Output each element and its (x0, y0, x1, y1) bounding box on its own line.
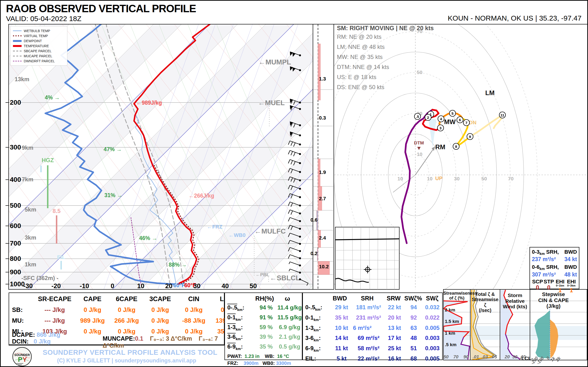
hodo-height-marker-label: .5 (416, 115, 419, 119)
moisture-row: 0-.5km:94 %11.4 g/kg (225, 304, 302, 312)
skewt-background (1, 24, 588, 289)
temp-tick-label: -20 (51, 283, 61, 290)
branding-block: SOUNDERPY VERTICAL PROFILE ANALYSIS TOOL… (43, 349, 217, 364)
temp-tick-label: -10 (80, 283, 89, 290)
sblcl-label: ←SBLCL (270, 274, 300, 282)
srw-title: Storm RelativeWind (kts) (500, 292, 530, 309)
hodograph-labels: LM MW RM DTM UP DN (414, 89, 494, 181)
srw-header: SRW (383, 295, 404, 302)
height-label: 9km (22, 144, 33, 151)
frz-label: ←FRZ (207, 224, 223, 230)
cape-989-label: ←989J/kg (136, 100, 162, 106)
ehi-0-1-header: EHI (554, 279, 566, 284)
layer-bar-value: 0.3 (319, 115, 326, 120)
pressure-tick-label: 900 (10, 268, 21, 276)
col-header-3cape: 3CAPE (143, 295, 177, 303)
wind-barb (288, 210, 301, 215)
hodo-ring-label: 30 (454, 176, 459, 181)
temp-tick-label: -30 (23, 283, 33, 290)
scp-header: SCP (532, 279, 543, 284)
legend-label: MUCAPE PARCEL (24, 54, 52, 58)
p2-x-tick: .03 (482, 354, 488, 359)
pressure-tick-label: 500 (10, 202, 21, 209)
hodo-ring-label: 10 (417, 151, 422, 157)
cape-266-label: ←266J/kg (189, 193, 214, 199)
stepwise-cin-shape (535, 310, 550, 358)
hodo-height-marker-label: 7 (466, 121, 467, 125)
rh-88pct-label: 88% → (169, 262, 187, 268)
legend-label: WETBULB TEMP (24, 29, 50, 33)
layer-bar-value: 10.2 (319, 264, 329, 269)
srh-bwd-box: 0-3km SRH,BWD 237 m²/s²34 kt 0-6km SRH,B… (529, 247, 579, 289)
us-motion: US: E @ 18 kts (337, 74, 434, 81)
height-label: 1km (25, 261, 36, 267)
wind-barb-full (291, 160, 293, 164)
temp-tick-label: 20 (165, 283, 173, 290)
skewt-grid (1, 24, 588, 289)
rm-label: RM (435, 143, 445, 151)
eil-label: EIL (57, 254, 65, 260)
rh-47pct-label: 47% → (104, 146, 121, 152)
layer-bar-value: 1.9 (319, 169, 326, 175)
hodo-height-marker-label: 2 (427, 116, 429, 119)
legend-label: DWNDRFT PARCEL (24, 59, 55, 63)
temp-tick-label: 50 (250, 283, 257, 290)
moisture-row: 6-9km:35 %0.5 g/kg (225, 343, 302, 351)
stepwise-cape-shape (550, 319, 558, 358)
p1-x-tick: 50 (443, 354, 449, 359)
hodo-height-marker-label: 5 (451, 111, 453, 116)
stepwise-cin-cape-plot (535, 309, 558, 359)
layer-bar (318, 44, 320, 100)
pwat-row: PWAT: 1.23 in WB: 16 °C (225, 354, 302, 359)
wind-barb-full (291, 151, 293, 155)
ehi-0-3-value: 1 (566, 287, 577, 294)
wind-barb-full (288, 159, 290, 163)
rh-46pct-label: 46% → (139, 235, 157, 241)
col-header-sr-ecape: SR-ECAPE (34, 295, 75, 303)
frz-row: FRZ: 3900m WB0: 3300m (225, 360, 302, 366)
sounderpy-logo: SOUNDER P Y (12, 347, 39, 367)
wb0-label: ←WB0 (229, 232, 246, 238)
scp-value: 0 (532, 284, 543, 291)
pwat-value: 1.23 in (245, 354, 259, 359)
hodo-ring-label: 70 (508, 176, 513, 181)
branding-line1: SOUNDERPY VERTICAL PROFILE ANALYSIS TOOL (43, 349, 217, 357)
rh-31pct-label: 31% → (104, 192, 122, 198)
layer-bar-value: 2.7 (319, 196, 326, 201)
lcl-marker-label: -LCL- (520, 356, 533, 361)
dtm-motion: DTM: NNE @ 14 kts (337, 64, 434, 70)
bwd-0-6-header: BWD (564, 264, 577, 271)
storm-motion-title: SM: RIGHT MOVING | NE @ 20 kts (337, 25, 434, 32)
hodo-height-marker: 2 (425, 114, 431, 120)
srh-0-6-header: 0-6km SRH, (532, 264, 559, 271)
hodo-height-marker-label: 8 (455, 144, 457, 149)
muncape-lapse-row: MUNCAPE:0.1 Γ₀₋₃: 3 Δ°C/km Γ₃₋₆: 7 Δ°C/k… (103, 335, 224, 349)
moisture-row: 0-1km:91 %11.5 g/kg (225, 314, 302, 321)
height-label: 7km (22, 176, 33, 183)
sounderpy-figure: RAOB OBSERVED VERTICAL PROFILE VALID: 05… (0, 0, 588, 367)
surface-label: -SFC (362m) - (21, 275, 59, 281)
surface-dewpoint-f: 60°F (173, 282, 185, 288)
lapse-0-3-value: 3 Δ°C/km (166, 335, 192, 342)
hodo-height-marker: 5 (450, 110, 456, 117)
wind-barb-full (294, 143, 295, 147)
hodo-height-marker: 6 (457, 117, 463, 123)
lm-motion: LM: NNE @ 48 kts (337, 44, 434, 50)
svg-text:Y: Y (23, 356, 27, 363)
wind-barb-half (289, 262, 290, 264)
dn-label: DN (469, 119, 476, 125)
table-row-mu: MU: --- J/kg989 J/kg 266 J/kg0 J/kg -88 … (9, 317, 224, 324)
p1-x-tick: 70 (453, 354, 458, 359)
ehi-0-1-value: 1 (554, 287, 566, 294)
lm-label: LM (485, 89, 495, 97)
table-row-sb: SB: --- J/kg0 J/kg 0 J/kg0 J/kg 0 J/kg0 … (9, 306, 224, 314)
streamwiseness-title: Streamwisenessof ζ (%) (443, 291, 470, 300)
dcape-row: DCAPE: 866 J/kg (12, 331, 60, 338)
layer-bar-column: 1.30.31.92.70.62.40.210.2 (311, 24, 334, 289)
p3-x-tick: 30 (512, 354, 518, 359)
bwd-0-6-value: 48 kt (564, 271, 577, 278)
omega-header: ω (276, 295, 299, 302)
srh-wedge (428, 119, 436, 147)
wind-barb-full (294, 101, 295, 105)
p2-x-tick: .01 (473, 354, 479, 359)
